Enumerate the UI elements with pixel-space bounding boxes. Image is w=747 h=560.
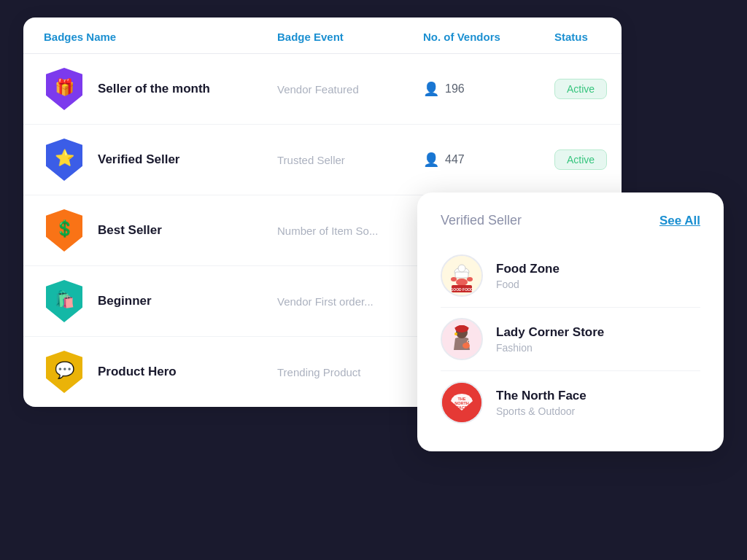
- people-icon: 👤: [423, 152, 439, 168]
- svg-point-13: [462, 343, 470, 349]
- vendor-list-item[interactable]: Lady Corner Store Fashion: [441, 308, 700, 371]
- badge-cell: 🛍️ Beginner: [44, 279, 277, 323]
- lady-corner-avatar-svg: [442, 319, 481, 359]
- col-status: Status: [554, 31, 622, 43]
- badge-name-label: Verified Seller: [98, 152, 179, 167]
- vendor-name: Food Zone: [496, 262, 560, 276]
- vendor-category: Fashion: [496, 342, 604, 354]
- vendor-name: Lady Corner Store: [496, 325, 604, 340]
- badge-icon-verified: ⭐: [44, 138, 85, 182]
- status-cell: Active: [554, 79, 622, 99]
- table-row[interactable]: ⭐ Verified Seller Trusted Seller 👤 447 A…: [23, 125, 622, 195]
- badge-cell: ⭐ Verified Seller: [44, 138, 277, 182]
- star-icon: ⭐: [55, 149, 74, 168]
- vendor-avatar-food-zone: GOOD FOOD: [441, 254, 483, 297]
- svg-text:FACE: FACE: [457, 405, 468, 410]
- food-zone-avatar-svg: GOOD FOOD: [442, 256, 481, 295]
- vendor-count: 👤 447: [423, 152, 554, 168]
- badge-event-label: Trusted Seller: [277, 154, 423, 166]
- popup-header: Verified Seller See All: [441, 213, 700, 228]
- shield-orange-icon: 💲: [46, 209, 82, 252]
- vendor-info: The North Face Sports & Outdoor: [496, 389, 587, 417]
- north-face-avatar-svg: THE NORTH FACE: [442, 383, 481, 422]
- badge-event-label: Number of Item So...: [277, 225, 394, 237]
- badge-cell: 💬 Product Hero: [44, 350, 277, 394]
- svg-point-4: [451, 277, 457, 281]
- status-cell: Active: [554, 149, 622, 170]
- people-icon: 👤: [423, 81, 439, 97]
- badge-event-label: Vendor Featured: [277, 83, 423, 96]
- shield-purple-icon: 🎁: [46, 68, 82, 110]
- status-badge: Active: [554, 149, 607, 170]
- see-all-link[interactable]: See All: [659, 214, 700, 228]
- bag-icon: 🛍️: [55, 290, 74, 309]
- badge-icon-beginner: 🛍️: [44, 279, 85, 323]
- col-badges-name: Badges Name: [44, 31, 277, 43]
- main-scene: Badges Name Badge Event No. of Vendors S…: [23, 18, 724, 542]
- vendor-list-item[interactable]: GOOD FOOD Food Zone Food: [441, 244, 700, 308]
- popup-title: Verified Seller: [441, 213, 522, 228]
- vendor-popup-card: Verified Seller See All: [417, 192, 724, 451]
- vendor-info: Lady Corner Store Fashion: [496, 325, 604, 354]
- table-header: Badges Name Badge Event No. of Vendors S…: [23, 18, 622, 54]
- vendor-list-item[interactable]: THE NORTH FACE The North Face Sports & O…: [441, 371, 700, 434]
- col-no-of-vendors: No. of Vendors: [423, 31, 554, 43]
- dollar-icon: 💲: [55, 219, 74, 238]
- vendor-category: Food: [496, 279, 560, 290]
- svg-point-15: [468, 341, 470, 342]
- gift-icon: 🎁: [55, 78, 74, 97]
- vendor-avatar-lady-corner: [441, 318, 483, 360]
- vendor-category: Sports & Outdoor: [496, 405, 587, 417]
- badge-event-label: Vendor First order...: [277, 295, 394, 308]
- badge-name-label: Product Hero: [98, 365, 177, 379]
- vendor-name: The North Face: [496, 389, 587, 403]
- badge-icon-seller-month: 🎁: [44, 67, 85, 111]
- shield-teal-icon: 🛍️: [46, 280, 82, 322]
- chat-star-icon: 💬: [55, 361, 74, 380]
- badge-name-label: Beginner: [98, 294, 152, 308]
- svg-point-12: [454, 332, 457, 335]
- vendor-avatar-north-face: THE NORTH FACE: [441, 381, 483, 424]
- badge-event-label: Trending Product: [277, 366, 423, 378]
- svg-point-3: [458, 265, 465, 272]
- badge-cell: 💲 Best Seller: [44, 209, 277, 252]
- svg-point-5: [467, 277, 473, 281]
- svg-point-6: [456, 279, 468, 286]
- badge-name-label: Best Seller: [98, 223, 162, 238]
- badge-icon-product-hero: 💬: [44, 350, 85, 394]
- shield-yellow-icon: 💬: [46, 351, 82, 393]
- status-badge: Active: [554, 79, 607, 99]
- svg-rect-2: [455, 272, 468, 278]
- badge-name-label: Seller of the month: [98, 82, 210, 96]
- vendor-number: 447: [445, 153, 465, 166]
- shield-blue-icon: ⭐: [46, 139, 82, 181]
- table-row[interactable]: 🎁 Seller of the month Vendor Featured 👤 …: [23, 54, 622, 125]
- vendor-number: 196: [445, 82, 465, 96]
- col-badge-event: Badge Event: [277, 31, 423, 43]
- vendor-count: 👤 196: [423, 81, 554, 97]
- badge-icon-best: 💲: [44, 209, 85, 252]
- svg-text:GOOD FOOD: GOOD FOOD: [450, 287, 473, 292]
- vendor-info: Food Zone Food: [496, 262, 560, 290]
- badge-cell: 🎁 Seller of the month: [44, 67, 277, 111]
